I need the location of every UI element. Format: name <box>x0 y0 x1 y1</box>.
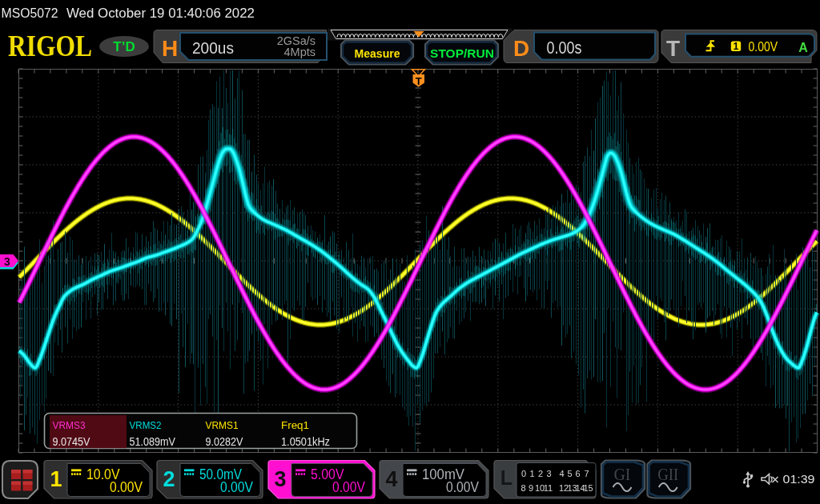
svg-text:MSO5072: MSO5072 <box>2 6 58 20</box>
svg-text:GII: GII <box>657 466 678 483</box>
svg-text:51.089mV: 51.089mV <box>130 434 176 448</box>
svg-text:8: 8 <box>521 483 525 493</box>
svg-text:A: A <box>798 41 808 54</box>
svg-text:3: 3 <box>546 469 551 478</box>
svg-text:Wed October 19 01:40:06 2022: Wed October 19 01:40:06 2022 <box>66 6 255 20</box>
svg-text:9.0282V: 9.0282V <box>206 434 243 448</box>
svg-text:RIGOL: RIGOL <box>8 29 92 62</box>
svg-text:T’D: T’D <box>113 39 135 54</box>
svg-text:4: 4 <box>559 469 564 478</box>
svg-text:1: 1 <box>50 467 62 491</box>
svg-text:3: 3 <box>4 255 10 268</box>
svg-text:5: 5 <box>567 469 572 478</box>
svg-text:STOP/RUN: STOP/RUN <box>430 46 494 60</box>
svg-text:6: 6 <box>575 469 580 478</box>
svg-text:0.00s: 0.00s <box>547 38 582 58</box>
svg-text:01:39: 01:39 <box>783 472 815 486</box>
svg-text:GI: GI <box>614 466 631 483</box>
svg-text:0: 0 <box>521 469 526 478</box>
svg-text:1.0501kHz: 1.0501kHz <box>281 434 330 448</box>
svg-text:Freq1: Freq1 <box>281 419 309 431</box>
svg-text:4Mpts: 4Mpts <box>284 46 316 58</box>
svg-text:2: 2 <box>538 469 543 478</box>
svg-text:Measure: Measure <box>355 47 400 60</box>
svg-text:T: T <box>666 36 680 61</box>
svg-text:200us: 200us <box>192 38 234 57</box>
svg-text:1: 1 <box>529 469 534 478</box>
svg-text:9.0745V: 9.0745V <box>53 434 90 448</box>
svg-text:15: 15 <box>583 483 593 493</box>
svg-text:0.00V: 0.00V <box>332 479 365 495</box>
svg-text:0.00V: 0.00V <box>220 479 253 495</box>
svg-text:T: T <box>416 75 422 87</box>
svg-text:9: 9 <box>529 483 533 493</box>
svg-text:VRMS3: VRMS3 <box>53 419 86 431</box>
svg-text:11: 11 <box>544 483 553 493</box>
svg-text:4: 4 <box>385 467 397 491</box>
svg-text:0.00V: 0.00V <box>110 479 143 495</box>
svg-text:0.00V: 0.00V <box>446 479 479 495</box>
svg-text:VRMS1: VRMS1 <box>206 419 239 431</box>
svg-text:3: 3 <box>274 467 286 491</box>
svg-text:L: L <box>500 466 512 489</box>
svg-text:1: 1 <box>734 41 739 52</box>
svg-text:7: 7 <box>584 469 589 478</box>
svg-text:H: H <box>162 36 178 61</box>
svg-text:D: D <box>513 36 529 61</box>
svg-text:2: 2 <box>163 467 175 491</box>
svg-text:0.00V: 0.00V <box>749 40 778 54</box>
svg-text:VRMS2: VRMS2 <box>130 419 162 431</box>
